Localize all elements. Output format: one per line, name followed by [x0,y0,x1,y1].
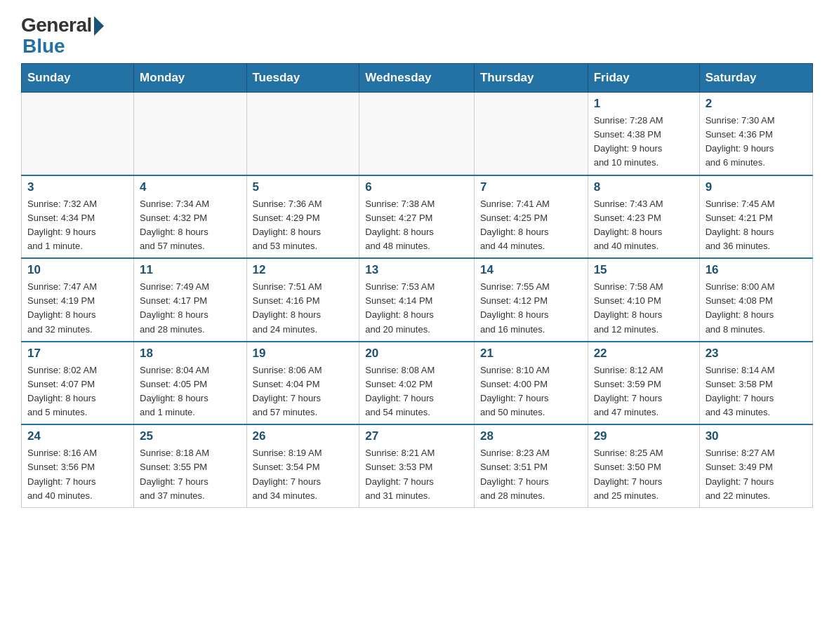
calendar-cell-week1-day6: 1Sunrise: 7:28 AMSunset: 4:38 PMDaylight… [588,93,699,175]
day-info: Sunrise: 8:23 AMSunset: 3:51 PMDaylight:… [480,446,582,503]
day-info: Sunrise: 7:30 AMSunset: 4:36 PMDaylight:… [706,114,807,170]
day-number: 30 [706,429,807,443]
calendar-cell-week4-day5: 21Sunrise: 8:10 AMSunset: 4:00 PMDayligh… [474,342,588,425]
day-info: Sunrise: 8:27 AMSunset: 3:49 PMDaylight:… [706,446,807,503]
day-number: 28 [480,429,582,443]
calendar-table: SundayMondayTuesdayWednesdayThursdayFrid… [21,63,813,508]
col-header-saturday: Saturday [699,64,812,93]
day-number: 17 [27,347,128,361]
day-info: Sunrise: 8:08 AMSunset: 4:02 PMDaylight:… [365,363,468,420]
day-info: Sunrise: 7:51 AMSunset: 4:16 PMDaylight:… [253,280,354,337]
day-number: 2 [706,97,807,111]
day-number: 18 [140,347,240,361]
calendar-cell-week1-day3 [246,93,359,175]
day-info: Sunrise: 8:19 AMSunset: 3:54 PMDaylight:… [253,446,354,503]
day-info: Sunrise: 8:25 AMSunset: 3:50 PMDaylight:… [594,446,694,503]
calendar-header-row: SundayMondayTuesdayWednesdayThursdayFrid… [22,64,813,93]
day-info: Sunrise: 7:47 AMSunset: 4:19 PMDaylight:… [27,280,128,337]
day-number: 21 [480,347,582,361]
day-number: 10 [27,263,128,277]
calendar-cell-week2-day4: 6Sunrise: 7:38 AMSunset: 4:27 PMDaylight… [359,175,475,259]
calendar-cell-week2-day7: 9Sunrise: 7:45 AMSunset: 4:21 PMDaylight… [699,175,812,259]
calendar-cell-week5-day3: 26Sunrise: 8:19 AMSunset: 3:54 PMDayligh… [246,424,359,507]
calendar-cell-week3-day1: 10Sunrise: 7:47 AMSunset: 4:19 PMDayligh… [22,258,134,342]
day-number: 29 [594,429,694,443]
week-row-5: 24Sunrise: 8:16 AMSunset: 3:56 PMDayligh… [22,424,813,507]
day-info: Sunrise: 7:43 AMSunset: 4:23 PMDaylight:… [594,197,694,254]
calendar-cell-week4-day4: 20Sunrise: 8:08 AMSunset: 4:02 PMDayligh… [359,342,475,425]
col-header-tuesday: Tuesday [246,64,359,93]
calendar-cell-week5-day1: 24Sunrise: 8:16 AMSunset: 3:56 PMDayligh… [22,424,134,507]
calendar-cell-week4-day3: 19Sunrise: 8:06 AMSunset: 4:04 PMDayligh… [246,342,359,425]
calendar-cell-week1-day4 [359,93,475,175]
day-info: Sunrise: 8:18 AMSunset: 3:55 PMDaylight:… [140,446,240,503]
calendar-cell-week1-day7: 2Sunrise: 7:30 AMSunset: 4:36 PMDaylight… [699,93,812,175]
calendar-cell-week4-day2: 18Sunrise: 8:04 AMSunset: 4:05 PMDayligh… [134,342,246,425]
day-number: 4 [140,180,240,194]
day-info: Sunrise: 8:00 AMSunset: 4:08 PMDaylight:… [706,280,807,337]
day-number: 16 [706,263,807,277]
calendar-cell-week2-day6: 8Sunrise: 7:43 AMSunset: 4:23 PMDaylight… [588,175,699,259]
logo-blue-text: Blue [22,36,65,56]
calendar-cell-week5-day4: 27Sunrise: 8:21 AMSunset: 3:53 PMDayligh… [359,424,475,507]
day-number: 9 [706,180,807,194]
page-header: General Blue [21,14,813,56]
day-info: Sunrise: 7:34 AMSunset: 4:32 PMDaylight:… [140,197,240,254]
logo-general-text: General [21,14,92,36]
day-number: 15 [594,263,694,277]
col-header-sunday: Sunday [22,64,134,93]
day-info: Sunrise: 8:06 AMSunset: 4:04 PMDaylight:… [253,363,354,420]
calendar-cell-week1-day2 [134,93,246,175]
logo-arrow-icon [94,16,104,36]
day-info: Sunrise: 7:28 AMSunset: 4:38 PMDaylight:… [594,114,694,170]
day-info: Sunrise: 8:02 AMSunset: 4:07 PMDaylight:… [27,363,128,420]
day-info: Sunrise: 8:12 AMSunset: 3:59 PMDaylight:… [594,363,694,420]
day-info: Sunrise: 8:21 AMSunset: 3:53 PMDaylight:… [365,446,468,503]
calendar-cell-week3-day4: 13Sunrise: 7:53 AMSunset: 4:14 PMDayligh… [359,258,475,342]
calendar-cell-week4-day1: 17Sunrise: 8:02 AMSunset: 4:07 PMDayligh… [22,342,134,425]
week-row-4: 17Sunrise: 8:02 AMSunset: 4:07 PMDayligh… [22,342,813,425]
day-info: Sunrise: 8:16 AMSunset: 3:56 PMDaylight:… [27,446,128,503]
calendar-cell-week2-day1: 3Sunrise: 7:32 AMSunset: 4:34 PMDaylight… [22,175,134,259]
calendar-cell-week4-day6: 22Sunrise: 8:12 AMSunset: 3:59 PMDayligh… [588,342,699,425]
calendar-cell-week2-day2: 4Sunrise: 7:34 AMSunset: 4:32 PMDaylight… [134,175,246,259]
day-number: 26 [253,429,354,443]
calendar-cell-week3-day3: 12Sunrise: 7:51 AMSunset: 4:16 PMDayligh… [246,258,359,342]
day-info: Sunrise: 7:45 AMSunset: 4:21 PMDaylight:… [706,197,807,254]
day-number: 13 [365,263,468,277]
day-info: Sunrise: 7:55 AMSunset: 4:12 PMDaylight:… [480,280,582,337]
day-number: 7 [480,180,582,194]
col-header-friday: Friday [588,64,699,93]
day-number: 19 [253,347,354,361]
calendar-cell-week3-day2: 11Sunrise: 7:49 AMSunset: 4:17 PMDayligh… [134,258,246,342]
calendar-cell-week5-day7: 30Sunrise: 8:27 AMSunset: 3:49 PMDayligh… [699,424,812,507]
week-row-2: 3Sunrise: 7:32 AMSunset: 4:34 PMDaylight… [22,175,813,259]
calendar-cell-week5-day6: 29Sunrise: 8:25 AMSunset: 3:50 PMDayligh… [588,424,699,507]
day-info: Sunrise: 7:32 AMSunset: 4:34 PMDaylight:… [27,197,128,254]
col-header-monday: Monday [134,64,246,93]
day-number: 25 [140,429,240,443]
day-info: Sunrise: 7:49 AMSunset: 4:17 PMDaylight:… [140,280,240,337]
day-info: Sunrise: 7:38 AMSunset: 4:27 PMDaylight:… [365,197,468,254]
calendar-cell-week3-day5: 14Sunrise: 7:55 AMSunset: 4:12 PMDayligh… [474,258,588,342]
calendar-cell-week3-day6: 15Sunrise: 7:58 AMSunset: 4:10 PMDayligh… [588,258,699,342]
day-info: Sunrise: 7:41 AMSunset: 4:25 PMDaylight:… [480,197,582,254]
logo: General Blue [21,14,104,56]
week-row-1: 1Sunrise: 7:28 AMSunset: 4:38 PMDaylight… [22,93,813,175]
day-number: 12 [253,263,354,277]
day-info: Sunrise: 8:10 AMSunset: 4:00 PMDaylight:… [480,363,582,420]
calendar-cell-week4-day7: 23Sunrise: 8:14 AMSunset: 3:58 PMDayligh… [699,342,812,425]
day-number: 14 [480,263,582,277]
day-number: 5 [253,180,354,194]
day-number: 24 [27,429,128,443]
col-header-thursday: Thursday [474,64,588,93]
day-number: 23 [706,347,807,361]
day-info: Sunrise: 7:58 AMSunset: 4:10 PMDaylight:… [594,280,694,337]
day-info: Sunrise: 7:36 AMSunset: 4:29 PMDaylight:… [253,197,354,254]
week-row-3: 10Sunrise: 7:47 AMSunset: 4:19 PMDayligh… [22,258,813,342]
day-number: 22 [594,347,694,361]
day-number: 20 [365,347,468,361]
day-info: Sunrise: 7:53 AMSunset: 4:14 PMDaylight:… [365,280,468,337]
day-number: 1 [594,97,694,111]
calendar-cell-week3-day7: 16Sunrise: 8:00 AMSunset: 4:08 PMDayligh… [699,258,812,342]
